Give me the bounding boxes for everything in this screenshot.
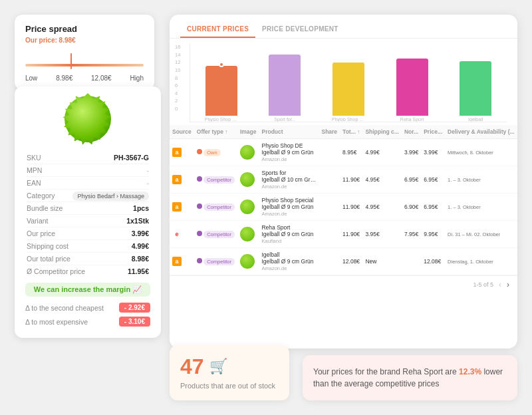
out-of-stock-card: 47 🛒 Products that are out of stock: [170, 345, 289, 400]
amazon-icon: a: [172, 202, 182, 211]
product-info-table: SKU PH-3567-G MPN - EAN - Category Physi…: [25, 150, 150, 279]
y-axis-labels: 16 14 12 10 8 6 4 2 0: [175, 44, 180, 112]
offer-dot: [197, 231, 202, 236]
cell-shipping: 4.95€: [362, 166, 402, 194]
product-thumb: [240, 172, 255, 187]
price-low-label: Low: [25, 74, 37, 82]
col-total[interactable]: Tot... ↑: [340, 125, 362, 139]
ean-row: EAN -: [27, 177, 149, 190]
product-thumbnail: [65, 96, 111, 142]
price-spread-card: Price spread Our price: 8.98€ Low 8.98€ …: [15, 15, 154, 90]
chart-bar-2: Sport for...: [257, 55, 314, 122]
cell-product: IgelballIgelball Ø 9 cm GrünAmazon.de: [259, 248, 319, 275]
cell-image: [237, 194, 259, 221]
cell-shipping: New: [362, 248, 402, 275]
offer-dot: [197, 258, 202, 263]
col-image: Image: [237, 125, 259, 139]
col-normal: Nor...: [402, 125, 421, 139]
chart-bars-area: Physio Shop DE Sport for... Physio Shop …: [190, 44, 507, 122]
tab-current-prices[interactable]: CURRENT PRICES: [180, 21, 255, 38]
cell-source: e: [170, 221, 194, 248]
chart-bar-3: Physio Shop Special: [320, 63, 377, 122]
price-spread-title: Price spread: [25, 24, 144, 34]
price-high-value: 12.08€: [91, 74, 112, 82]
table-row: a Own Physio Shop DEIgelball Ø 9 cm Grün…: [170, 139, 517, 166]
mpn-row: MPN -: [27, 164, 149, 177]
cell-product: Physio Shop DEIgelball Ø 9 cm GrünAmazon…: [259, 139, 319, 166]
cell-share: [319, 139, 340, 166]
cell-delivery: Mittwoch, 8. Oktober: [445, 139, 517, 166]
category-row: Category Physio Bedarf › Massage: [27, 190, 149, 202]
price-bar-chart: [25, 48, 144, 72]
next-page-button[interactable]: ›: [507, 280, 509, 289]
bundle-row: Bundle size 1pcs: [27, 202, 149, 215]
out-of-stock-number: 47: [180, 356, 204, 377]
cell-shipping: 4.99€: [362, 139, 402, 166]
cell-share: [319, 194, 340, 221]
chart-bar-1: Physio Shop DE: [193, 66, 250, 122]
shipping-cost-row: Shipping cost 4.99€: [27, 240, 149, 253]
amazon-icon: a: [172, 148, 182, 157]
our-price-label: Our price: 8.98€: [25, 37, 144, 44]
cell-normal: [402, 248, 421, 275]
cell-normal: 7.95€: [402, 221, 421, 248]
variant-row: Variant 1x1Stk: [27, 215, 149, 227]
offer-badge: Competitor: [203, 231, 235, 238]
cell-image: [237, 139, 259, 166]
product-thumb: [240, 145, 255, 160]
brand-price-highlight: 12.3%: [459, 367, 481, 376]
cell-delivery: 1. – 3. Oktober: [445, 166, 517, 194]
cell-offer-type: Competitor: [194, 166, 237, 194]
cell-total: 11.90€: [340, 194, 362, 221]
price-high-label: High: [130, 74, 144, 82]
product-thumb: [240, 200, 255, 214]
cell-image: [237, 166, 259, 194]
cell-share: [319, 221, 340, 248]
cell-source: a: [170, 166, 194, 194]
cell-image: [237, 248, 259, 275]
delta-second-row: Δ to the second cheapest - 2.92€: [25, 301, 150, 315]
col-offer-type[interactable]: Offer type ↑: [194, 125, 237, 139]
cell-share: [319, 248, 340, 275]
chart-bar-5: Igelball: [447, 61, 504, 122]
table-header-row: Source Offer type ↑ Image Product Share …: [170, 125, 517, 139]
offer-dot: [197, 204, 202, 209]
brand-price-text1: Your prices for the brand Reha Sport are: [313, 367, 459, 376]
cell-product: Sports forIgelball Ø 10 cm GrünAmazon.de: [259, 166, 319, 194]
cell-source: a: [170, 139, 194, 166]
cell-total: 11.90€: [340, 166, 362, 194]
cell-product: Physio Shop SpecialIgelball Ø 9 cm GrünA…: [259, 194, 319, 221]
prev-page-button[interactable]: ‹: [499, 280, 501, 289]
product-image: [25, 96, 150, 142]
table-row: a Competitor IgelballIgelball Ø 9 cm Grü…: [170, 248, 517, 275]
cell-offer-type: Competitor: [194, 248, 237, 275]
cell-product: Reha SportIgelball Ø 9 cm GrünKaufland: [259, 221, 319, 248]
cell-delivery: Di. 31 – Mi. 02. Oktober: [445, 221, 517, 248]
cell-total: 12.08€: [340, 248, 362, 275]
cell-source: a: [170, 194, 194, 221]
table-row: e Competitor Reha SportIgelball Ø 9 cm G…: [170, 221, 517, 248]
total-price-row: Our total price 8.98€: [27, 253, 149, 265]
cell-total: 11.90€: [340, 221, 362, 248]
pagination: 1-5 of 5 ‹ ›: [170, 275, 517, 293]
offer-badge: Own: [203, 149, 220, 156]
cell-delivery: Dienstag, 1. Oktober: [445, 248, 517, 275]
cell-price: 12.08€: [421, 248, 445, 275]
out-of-stock-desc: Products that are out of stock: [180, 381, 279, 391]
cell-offer-type: Competitor: [194, 194, 237, 221]
table-row: a Competitor Sports forIgelball Ø 10 cm …: [170, 166, 517, 194]
product-thumb: [240, 227, 255, 241]
tab-price-development[interactable]: PRICE DEVELOPMENT: [255, 21, 345, 38]
amazon-icon: a: [172, 175, 182, 184]
cell-total: 8.95€: [340, 139, 362, 166]
product-thumb: [240, 254, 255, 269]
offer-badge: Competitor: [203, 258, 235, 265]
col-price: Price...: [421, 125, 445, 139]
cell-share: [319, 166, 340, 194]
price-low-value: 8.98€: [56, 74, 72, 82]
cell-source: a: [170, 248, 194, 275]
data-panel: CURRENT PRICES PRICE DEVELOPMENT 16 14 1…: [170, 15, 517, 348]
product-detail-card: SKU PH-3567-G MPN - EAN - Category Physi…: [15, 86, 161, 338]
cell-delivery: 1. – 3. Oktober: [445, 194, 517, 221]
cell-shipping: 4.95€: [362, 194, 402, 221]
